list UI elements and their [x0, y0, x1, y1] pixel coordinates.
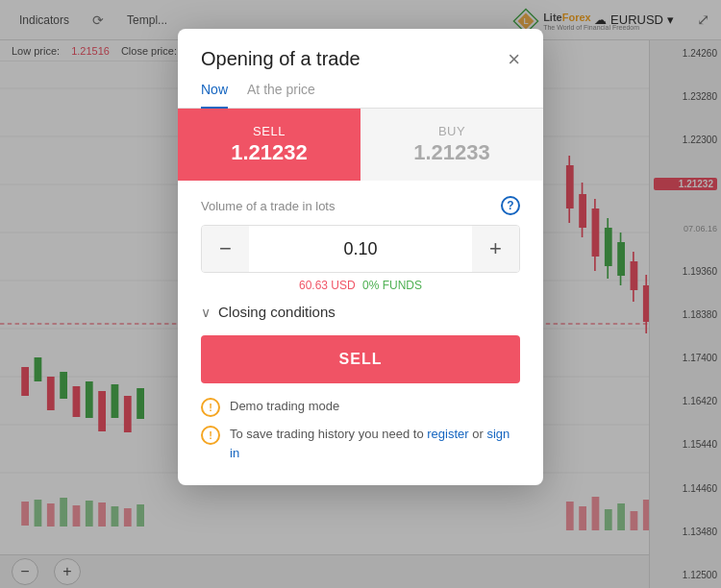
- buy-price-button[interactable]: BUY 1.21233: [360, 109, 543, 181]
- modal-title: Opening of a trade: [201, 48, 360, 70]
- buy-price: 1.21233: [376, 140, 528, 165]
- demo-notice-icon: !: [201, 398, 220, 417]
- history-notice-text: To save trading history you need to regi…: [230, 425, 520, 462]
- volume-usd: 60.63 USD: [299, 279, 356, 292]
- trade-buttons: SELL 1.21232 BUY 1.21233: [178, 109, 543, 181]
- history-notice-icon: !: [201, 426, 220, 445]
- modal-tabs: Now At the price: [178, 70, 543, 109]
- tab-at-price[interactable]: At the price: [247, 82, 315, 109]
- demo-notice: ! Demo trading mode: [201, 397, 520, 417]
- close-button[interactable]: ×: [508, 49, 520, 70]
- sell-price: 1.21232: [193, 140, 345, 165]
- tab-now[interactable]: Now: [201, 82, 228, 109]
- volume-decrease-button[interactable]: −: [202, 226, 249, 272]
- sell-price-button[interactable]: SELL 1.21232: [178, 109, 360, 181]
- volume-cost-info: 60.63 USD 0% FUNDS: [201, 279, 520, 292]
- sell-action-button[interactable]: SELL: [201, 335, 520, 383]
- closing-conditions-label: Closing conditions: [218, 304, 336, 320]
- register-link[interactable]: register: [427, 427, 468, 441]
- chevron-icon: ∨: [201, 305, 211, 320]
- trade-modal: Opening of a trade × Now At the price SE…: [178, 29, 543, 485]
- volume-increase-button[interactable]: +: [472, 226, 519, 272]
- sell-label: SELL: [193, 124, 345, 138]
- notice-text-middle: or: [469, 427, 487, 441]
- volume-label-row: Volume of a trade in lots ?: [201, 196, 520, 215]
- history-notice: ! To save trading history you need to re…: [201, 425, 520, 462]
- volume-funds: 0% FUNDS: [362, 279, 422, 292]
- volume-info-icon[interactable]: ?: [501, 196, 520, 215]
- volume-input-row: − +: [201, 225, 520, 273]
- modal-header: Opening of a trade ×: [178, 29, 543, 70]
- modal-overlay: Opening of a trade × Now At the price SE…: [0, 0, 721, 588]
- buy-label: BUY: [376, 124, 528, 138]
- modal-body: Volume of a trade in lots ? − + 60.63 US…: [178, 181, 543, 485]
- volume-input[interactable]: [249, 239, 472, 259]
- volume-label: Volume of a trade in lots: [201, 199, 335, 213]
- notice-text-before: To save trading history you need to: [230, 427, 427, 441]
- closing-conditions-toggle[interactable]: ∨ Closing conditions: [201, 304, 520, 320]
- volume-section: Volume of a trade in lots ? − + 60.63 US…: [201, 196, 520, 292]
- demo-notice-text: Demo trading mode: [230, 397, 339, 416]
